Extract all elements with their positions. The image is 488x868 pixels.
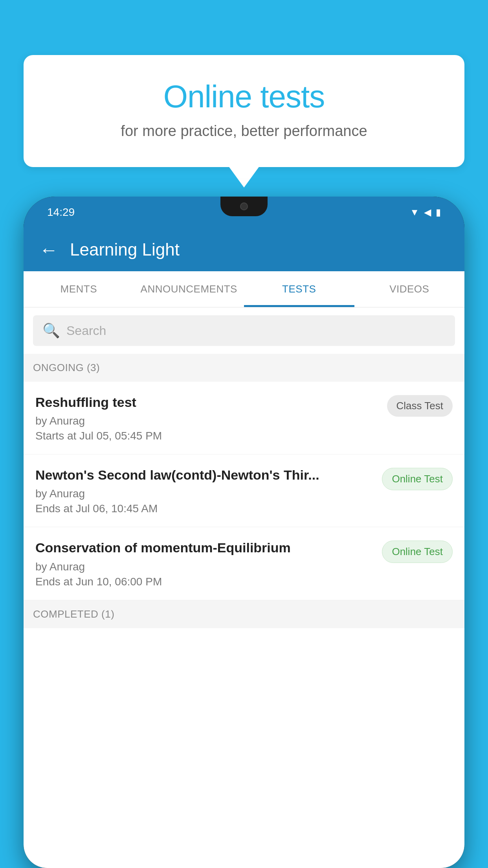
phone-notch	[220, 197, 268, 216]
test-item[interactable]: Reshuffling test by Anurag Starts at Jul…	[24, 382, 464, 454]
test-badge-online-2: Online Test	[382, 541, 453, 563]
tabs-bar: MENTS ANNOUNCEMENTS TESTS VIDEOS	[24, 271, 464, 307]
search-bar[interactable]: 🔍 Search	[33, 315, 455, 346]
test-item-content: Reshuffling test by Anurag Starts at Jul…	[35, 394, 379, 442]
tab-videos[interactable]: VIDEOS	[354, 271, 465, 307]
app-bar: ← Learning Light	[24, 228, 464, 271]
completed-section-header: COMPLETED (1)	[24, 600, 464, 628]
speech-bubble-title: Online tests	[55, 79, 433, 115]
tab-announcements[interactable]: ANNOUNCEMENTS	[134, 271, 244, 307]
phone-inner: ← Learning Light MENTS ANNOUNCEMENTS TES…	[24, 228, 464, 868]
app-title: Learning Light	[70, 240, 180, 259]
notch-camera	[240, 202, 248, 210]
wifi-icon: ▼	[410, 207, 419, 218]
test-author: by Anurag	[35, 487, 374, 500]
test-item[interactable]: Conservation of momentum-Equilibrium by …	[24, 527, 464, 600]
status-icons: ▼ ◀ ▮	[410, 207, 441, 218]
ongoing-section-header: ONGOING (3)	[24, 354, 464, 382]
test-item-content: Newton's Second law(contd)-Newton's Thir…	[35, 466, 374, 515]
test-date: Ends at Jun 10, 06:00 PM	[35, 576, 374, 588]
test-badge-class: Class Test	[387, 395, 453, 417]
test-title: Newton's Second law(contd)-Newton's Thir…	[35, 466, 374, 484]
test-title: Conservation of momentum-Equilibrium	[35, 539, 374, 556]
phone-frame: 14:29 ▼ ◀ ▮ ← Learning Light MENTS ANNOU…	[24, 197, 464, 868]
test-title: Reshuffling test	[35, 394, 379, 411]
search-input[interactable]: Search	[66, 324, 106, 338]
tab-tests[interactable]: TESTS	[244, 271, 354, 307]
speech-bubble-container: Online tests for more practice, better p…	[24, 55, 464, 167]
battery-icon: ▮	[436, 207, 441, 218]
test-author: by Anurag	[35, 561, 374, 573]
test-date: Starts at Jul 05, 05:45 PM	[35, 430, 379, 442]
search-container: 🔍 Search	[24, 307, 464, 354]
back-button[interactable]: ←	[39, 239, 58, 261]
speech-bubble: Online tests for more practice, better p…	[24, 55, 464, 167]
status-time: 14:29	[47, 206, 75, 219]
signal-icon: ◀	[424, 207, 431, 218]
search-icon: 🔍	[42, 322, 60, 339]
speech-bubble-subtitle: for more practice, better performance	[55, 123, 433, 140]
test-date: Ends at Jul 06, 10:45 AM	[35, 502, 374, 515]
test-author: by Anurag	[35, 415, 379, 427]
test-item-content: Conservation of momentum-Equilibrium by …	[35, 539, 374, 588]
test-badge-online: Online Test	[382, 468, 453, 490]
tab-ments[interactable]: MENTS	[24, 271, 134, 307]
test-item[interactable]: Newton's Second law(contd)-Newton's Thir…	[24, 454, 464, 527]
status-bar: 14:29 ▼ ◀ ▮	[24, 197, 464, 228]
